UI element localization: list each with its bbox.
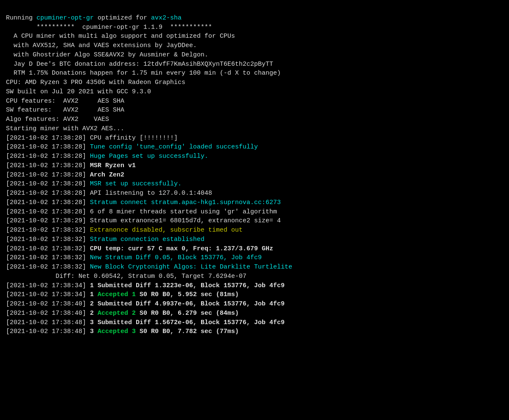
line-17: [2021-10-02 17:38:28] MSR Ryzen v1 bbox=[6, 161, 503, 171]
line-13: Starting miner with AVX2 AES... bbox=[6, 124, 503, 134]
line-31: [2021-10-02 17:38:34] 1 Accepted 1 S0 R0… bbox=[6, 290, 503, 300]
line-30: [2021-10-02 17:38:34] 1 Submitted Diff 1… bbox=[6, 281, 503, 291]
line-34: [2021-10-02 17:38:48] 3 Submitted Diff 1… bbox=[6, 318, 503, 328]
line-7: RTM 1.75% Donations happen for 1.75 min … bbox=[6, 69, 503, 78]
line-28: [2021-10-02 17:38:32] New Block Cryptoni… bbox=[6, 263, 503, 272]
line-4: with AVX512, SHA and VAES extensions by … bbox=[6, 41, 503, 50]
line-6: Jay D Dee's BTC donation address: 12tdvf… bbox=[6, 60, 503, 69]
line-11: SW features: AVX2 AES SHA bbox=[6, 106, 503, 115]
line-14: [2021-10-02 17:38:28] CPU affinity [!!!!… bbox=[6, 134, 503, 143]
line-8: CPU: AMD Ryzen 3 PRO 4350G with Radeon G… bbox=[6, 78, 503, 87]
line-25: [2021-10-02 17:38:32] Stratum connection… bbox=[6, 235, 503, 244]
line-32: [2021-10-02 17:38:40] 2 Submitted Diff 4… bbox=[6, 300, 503, 309]
line-35: [2021-10-02 17:38:48] 3 Accepted 3 S0 R0… bbox=[6, 327, 503, 336]
line-2: ********** cpuminer-opt-gr 1.1.9 *******… bbox=[6, 23, 503, 32]
terminal-output: Running cpuminer-opt-gr optimized for av… bbox=[6, 4, 503, 336]
line-3: A CPU miner with multi algo support and … bbox=[6, 32, 503, 41]
line-22: [2021-10-02 17:38:28] 6 of 8 miner threa… bbox=[6, 207, 503, 217]
line-12: Algo features: AVX2 VAES bbox=[6, 115, 503, 124]
line-10: CPU features: AVX2 AES SHA bbox=[6, 97, 503, 106]
line-24: [2021-10-02 17:38:32] Extranonce disable… bbox=[6, 226, 503, 235]
line-33: [2021-10-02 17:38:40] 2 Accepted 2 S0 R0… bbox=[6, 309, 503, 318]
line-23: [2021-10-02 17:38:29] Stratum extranonce… bbox=[6, 216, 503, 226]
line-16: [2021-10-02 17:38:28] Huge Pages set up … bbox=[6, 152, 503, 161]
line-26: [2021-10-02 17:38:32] CPU temp: curr 57 … bbox=[6, 244, 503, 254]
line-9: SW built on Jul 20 2021 with GCC 9.3.0 bbox=[6, 87, 503, 97]
line-29: Diff: Net 0.60542, Stratum 0.05, Target … bbox=[6, 272, 503, 281]
line-18: [2021-10-02 17:38:28] Arch Zen2 bbox=[6, 171, 503, 180]
line-15: [2021-10-02 17:38:28] Tune config 'tune_… bbox=[6, 143, 503, 152]
line-21: [2021-10-02 17:38:28] Stratum connect st… bbox=[6, 198, 503, 207]
line-5: with Ghostrider Algo SSE&AVX2 by Ausmine… bbox=[6, 50, 503, 60]
line-20: [2021-10-02 17:38:28] API listnening to … bbox=[6, 189, 503, 198]
line-1: Running cpuminer-opt-gr optimized for av… bbox=[6, 14, 503, 23]
line-27: [2021-10-02 17:38:32] New Stratum Diff 0… bbox=[6, 253, 503, 263]
line-19: [2021-10-02 17:38:28] MSR set up success… bbox=[6, 179, 503, 189]
